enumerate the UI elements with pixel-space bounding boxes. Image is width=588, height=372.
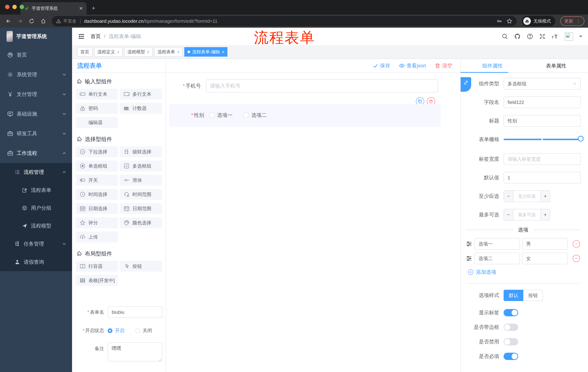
form-name-input[interactable] bbox=[108, 306, 162, 318]
min-checked-input[interactable] bbox=[514, 191, 540, 202]
border-toggle[interactable] bbox=[504, 324, 518, 331]
tag-home[interactable]: 首页 bbox=[77, 47, 92, 57]
tab-close-icon[interactable]: ✕ bbox=[79, 6, 83, 11]
tag-close-icon[interactable]: x bbox=[147, 50, 149, 54]
option1-label-input[interactable] bbox=[474, 238, 520, 250]
sidebar-item-process-management[interactable]: 流程管理 bbox=[0, 163, 72, 181]
form-remark-textarea[interactable]: 嘿嘿 bbox=[108, 342, 162, 361]
max-checked-input[interactable] bbox=[514, 209, 540, 220]
palette-item-button[interactable]: 按钮 bbox=[120, 261, 162, 272]
phone-field[interactable]: *手机号 bbox=[166, 79, 460, 93]
palette-item-table[interactable]: 表格[开发中] bbox=[76, 275, 118, 286]
palette-item-color-picker[interactable]: 颜色选择 bbox=[120, 217, 162, 228]
help-icon[interactable] bbox=[527, 33, 533, 40]
selected-gender-field[interactable]: *性别 选项一 选项二 bbox=[169, 104, 441, 127]
form-grid-slider[interactable] bbox=[504, 134, 581, 145]
reload-icon[interactable] bbox=[27, 16, 36, 26]
stepper-decrease-button[interactable]: − bbox=[504, 209, 514, 220]
add-option-button[interactable]: + 添加选项 bbox=[468, 269, 581, 276]
tag-process-form[interactable]: 流程表单x bbox=[154, 47, 182, 57]
minimize-window-button[interactable] bbox=[12, 5, 17, 9]
view-json-button[interactable]: 查看json bbox=[399, 62, 426, 69]
forward-icon[interactable] bbox=[15, 16, 25, 26]
title-input[interactable] bbox=[504, 115, 581, 127]
new-tab-button[interactable]: + bbox=[92, 5, 95, 12]
show-label-toggle[interactable] bbox=[504, 309, 518, 316]
palette-item-rate[interactable]: 评分 bbox=[76, 217, 118, 228]
phone-input[interactable] bbox=[206, 79, 438, 93]
stepper-decrease-button[interactable]: − bbox=[504, 191, 514, 202]
drag-handle-icon[interactable] bbox=[466, 255, 472, 262]
palette-item-time-picker[interactable]: 时间选择 bbox=[76, 189, 118, 200]
incognito-badge[interactable]: 无痕模式 bbox=[522, 16, 555, 26]
label-width-input[interactable] bbox=[504, 153, 581, 165]
palette-item-date-range[interactable]: 日期范围 bbox=[120, 203, 162, 214]
sidebar-item-task-management[interactable]: 任务管理 bbox=[0, 235, 72, 253]
option1-value-input[interactable] bbox=[522, 238, 568, 250]
browser-update-button[interactable]: 更新 ⋮ bbox=[560, 16, 584, 26]
palette-item-cascader[interactable]: 级联选择 bbox=[120, 146, 162, 157]
sidebar-item-payment[interactable]: 支付管理 bbox=[0, 85, 72, 104]
fullscreen-icon[interactable] bbox=[539, 33, 546, 40]
stepper-increase-button[interactable]: + bbox=[540, 191, 550, 202]
default-value-input[interactable] bbox=[504, 172, 581, 183]
tag-process-definition[interactable]: 流程定义x bbox=[94, 47, 122, 57]
palette-item-select[interactable]: 下拉选择 bbox=[76, 146, 118, 157]
font-size-icon[interactable]: TT bbox=[552, 33, 558, 40]
tag-process-form-edit[interactable]: 流程表单-编辑x bbox=[184, 47, 227, 57]
tag-close-icon[interactable]: x bbox=[177, 50, 179, 54]
status-off-label[interactable]: 关闭 bbox=[143, 327, 152, 334]
palette-item-time-range[interactable]: 时间范围 bbox=[120, 189, 162, 200]
status-on-label[interactable]: 开启 bbox=[115, 327, 125, 334]
save-button[interactable]: 保存 bbox=[373, 62, 390, 69]
form-canvas[interactable]: *手机号 *性别 选项一 bbox=[166, 73, 460, 372]
status-off-radio[interactable] bbox=[135, 328, 140, 333]
back-icon[interactable] bbox=[4, 16, 13, 26]
drag-handle-icon[interactable] bbox=[466, 241, 472, 247]
stepper-increase-button[interactable]: + bbox=[540, 209, 550, 220]
sidebar-item-devtools[interactable]: 研发工具 bbox=[0, 124, 72, 143]
sidebar-item-infra[interactable]: 基础设施 bbox=[0, 104, 72, 124]
github-icon[interactable] bbox=[514, 33, 521, 40]
clear-button[interactable]: 清空 bbox=[435, 62, 452, 69]
tag-close-icon[interactable]: x bbox=[117, 50, 119, 54]
disabled-toggle[interactable] bbox=[504, 338, 518, 345]
remove-option-button[interactable]: − bbox=[573, 240, 580, 247]
sidebar-item-process-form[interactable]: 流程表单 bbox=[0, 181, 72, 199]
browser-menu-icon[interactable]: ⋮ bbox=[576, 19, 580, 24]
option2-value-input[interactable] bbox=[522, 253, 568, 264]
gender-option2-checkbox[interactable] bbox=[243, 113, 249, 118]
bookmark-star-icon[interactable] bbox=[506, 18, 512, 24]
sidebar-collapse-icon[interactable] bbox=[78, 33, 85, 40]
maximize-window-button[interactable] bbox=[20, 5, 24, 9]
home-icon[interactable] bbox=[39, 16, 48, 26]
palette-item-date-picker[interactable]: 日期选择 bbox=[76, 203, 118, 214]
sidebar-item-user-group[interactable]: 用户分组 bbox=[0, 199, 72, 217]
tag-process-model[interactable]: 流程模型x bbox=[124, 47, 152, 57]
palette-item-counter[interactable]: 123计数器 bbox=[120, 103, 162, 114]
url-omnibox[interactable]: 不安全 dashboard.yudao.iocoder.cn/bpm/manag… bbox=[52, 16, 517, 26]
avatar-caret-down-icon[interactable] bbox=[579, 36, 582, 39]
status-on-radio[interactable] bbox=[108, 328, 112, 333]
remove-option-button[interactable]: − bbox=[573, 255, 580, 262]
palette-item-radio-group[interactable]: 单选框组 bbox=[76, 160, 118, 171]
search-icon[interactable] bbox=[502, 33, 508, 40]
browser-tab[interactable]: 芋道管理系统 ✕ bbox=[20, 2, 87, 15]
tag-close-icon[interactable]: x bbox=[222, 50, 224, 54]
breadcrumb-home[interactable]: 首页 bbox=[91, 33, 101, 40]
close-window-button[interactable] bbox=[5, 5, 10, 9]
gender-option2-label[interactable]: 选项二 bbox=[252, 112, 267, 119]
palette-item-multi-line-text[interactable]: 多行文本 bbox=[120, 89, 162, 100]
palette-item-checkbox-group[interactable]: 多选框组 bbox=[120, 160, 162, 171]
palette-item-slider[interactable]: 滑块 bbox=[120, 175, 162, 186]
gender-option1-checkbox[interactable] bbox=[209, 113, 214, 118]
field-name-input[interactable] bbox=[504, 96, 581, 108]
option2-label-input[interactable] bbox=[474, 253, 520, 264]
sidebar-item-workflow[interactable]: 工作流程 bbox=[0, 143, 72, 163]
component-type-select[interactable]: 多选框组 bbox=[504, 78, 581, 90]
option-style-default-button[interactable]: 默认 bbox=[504, 290, 523, 301]
palette-item-switch[interactable]: 开关 bbox=[76, 175, 118, 186]
tab-form-props[interactable]: 表单属性 bbox=[524, 59, 588, 73]
required-toggle[interactable] bbox=[504, 353, 518, 360]
palette-item-editor[interactable]: 编辑器 bbox=[76, 117, 118, 128]
